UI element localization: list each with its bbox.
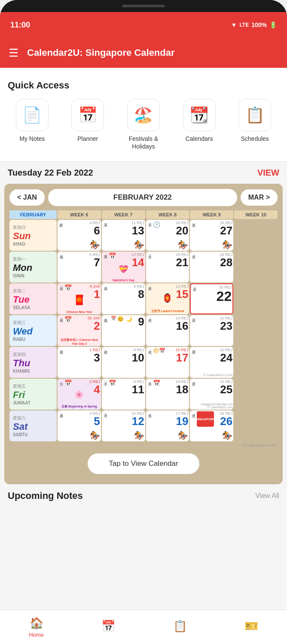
- schedules-label: Schedules: [241, 135, 269, 143]
- row-monday: 星期一 Mon ISNIN 正月初七 5 REJ 7 正月十四 12 RE: [9, 252, 278, 283]
- upcoming-notes-section: Upcoming Notes View All: [0, 484, 287, 507]
- calendars-icon: 📆: [189, 106, 209, 124]
- row-tuesday: 星期二 Tue SELASA 正月初一 9 JAK 1 📅 Chinese Ne…: [9, 283, 278, 314]
- my-notes-label: My Notes: [19, 135, 45, 143]
- date-4[interactable]: 立春 2 REJ 4 📅 立春 Beginning of Spring 🌸: [58, 379, 101, 410]
- date-8[interactable]: 正月初八 6 REJ 8: [102, 283, 145, 314]
- upcoming-notes-title: Upcoming Notes: [8, 490, 83, 501]
- nav-calendar[interactable]: 📅: [93, 616, 124, 638]
- schedules-icon-box: 📋: [238, 99, 271, 131]
- date-23[interactable]: 正月廿三 21 REJ 23: [190, 315, 233, 346]
- app-title: Calendar2U: Singapore Calendar: [27, 47, 175, 58]
- date-18[interactable]: 正月十八 16 REJ 18 📅: [146, 379, 189, 410]
- date-header: Tuesday 22 Feb 2022 VIEW: [0, 162, 287, 184]
- quick-icon-my-notes[interactable]: 📄 My Notes: [11, 99, 54, 143]
- date-26[interactable]: 正月廿六 24 REJ 26 🏇 SINGAPORE: [190, 410, 233, 441]
- date-7[interactable]: 正月初七 5 REJ 7: [58, 252, 101, 283]
- date-3[interactable]: 正月初三 1 REJ 3: [58, 347, 101, 378]
- row-thursday: 星期四 Thu KHAMIS 正月初三 1 REJ 3 正月初十 8 RE: [9, 347, 278, 378]
- quick-icon-festivals[interactable]: 🏖️ Festivals & Holidays: [122, 99, 165, 150]
- calendar-copyright: © Calendar2U.com: [9, 442, 278, 448]
- day-label-thu: 星期四 Thu KHAMIS: [9, 347, 57, 378]
- nav-events[interactable]: 🎫: [236, 616, 267, 638]
- main-content: Quick Access 📄 My Notes 📅 Planner: [0, 68, 287, 626]
- header-week6: WEEK 6: [58, 210, 101, 219]
- quick-access-section: Quick Access 📄 My Notes 📅 Planner: [0, 68, 287, 162]
- notch-bar: [122, 5, 165, 7]
- nav-schedules[interactable]: 📋: [165, 616, 195, 638]
- view-link[interactable]: VIEW: [257, 168, 279, 178]
- date-17[interactable]: 正月十七 15 REJ 17 🌕 📅: [146, 347, 189, 378]
- lte-icon: LTE: [239, 22, 249, 28]
- day-label-sat: 星期六 Sat SABTU: [9, 410, 57, 441]
- date-25[interactable]: 正月廿五 23 REJ 25 SingaporeCalendar.com© Ca…: [190, 379, 233, 410]
- header-week10: WEEK 10: [234, 210, 278, 219]
- my-notes-icon: 📄: [22, 106, 42, 124]
- day-label-sun: 星期日 Sun AHAD: [9, 220, 57, 251]
- planner-label: Planner: [77, 135, 98, 143]
- menu-button[interactable]: ☰: [9, 46, 18, 60]
- calendars-icon-box: 📆: [183, 99, 216, 131]
- horse-icon-27: 🏇: [222, 240, 232, 249]
- quick-icons-row: 📄 My Notes 📅 Planner 🏖️ Festivals & Holi…: [0, 95, 287, 154]
- date-10[interactable]: 正月初十 8 REJ 10: [102, 347, 145, 378]
- date-12[interactable]: 正月十二 10 REJ 12 🏇: [102, 410, 145, 441]
- calendars-label: Calendars: [186, 135, 213, 143]
- upcoming-header: Upcoming Notes View All: [8, 490, 279, 501]
- quick-icon-schedules[interactable]: 📋 Schedules: [233, 99, 276, 143]
- day-label-tue: 星期二 Tue SELASA: [9, 283, 57, 314]
- sun-chinese: 星期日: [13, 225, 26, 231]
- quick-icon-calendars[interactable]: 📆 Calendars: [178, 99, 221, 143]
- date-22[interactable]: 正月廿二 20 REJ 22: [190, 283, 233, 314]
- date-2[interactable]: 正月初二 30 JAK 2 📅 农历新年初二 Chinese New Year …: [58, 315, 101, 346]
- month-title: FEBRUARY 2022: [48, 189, 237, 206]
- date-5[interactable]: 正月初五 3 REJ 5 🏇: [58, 410, 101, 441]
- row-friday: 星期五 Fri JUMAAT 立春 2 REJ 4 📅 立春 Beginning…: [9, 379, 278, 410]
- notch: [0, 0, 287, 12]
- my-notes-icon-box: 📄: [16, 99, 49, 131]
- date-24[interactable]: 正月廿四 22 REJ 24 © Calendar2U.com: [190, 347, 233, 378]
- header-month-label: FEBRUARY: [9, 210, 57, 219]
- row-wednesday: 星期三 Wed RABU 正月初二 30 JAK 2 📅 农历新年初二 Chin…: [9, 315, 278, 346]
- date-1[interactable]: 正月初一 9 JAK 1 📅 Chinese New Year 🧧: [58, 283, 101, 314]
- quick-icon-planner[interactable]: 📅 Planner: [66, 99, 109, 143]
- horse-icon-12: 🏇: [134, 431, 144, 440]
- bottom-nav: 🏠 Home 📅 📋 🎫: [0, 610, 287, 644]
- phone-frame: 11:00 ▼ LTE 100% 🔋 ☰ Calendar2U: Singapo…: [0, 0, 287, 644]
- header-week8: WEEK 8: [146, 210, 189, 219]
- header-week9: WEEK 9: [190, 210, 233, 219]
- date-28[interactable]: 正月廿八 26 REJ 28: [190, 252, 233, 283]
- date-16[interactable]: 正月十六 14 REJ 16: [146, 315, 189, 346]
- nav-home-label: Home: [29, 632, 44, 638]
- events-nav-icon: 🎫: [244, 620, 258, 633]
- clock-icon-20: 🕐: [153, 221, 160, 228]
- date-14[interactable]: 正月十四 12 REJ 14 📅 Valentine's Day 💝: [102, 252, 145, 283]
- next-month-button[interactable]: MAR >: [241, 189, 278, 206]
- calendar-container: < JAN FEBRUARY 2022 MAR > FEBRUARY WEEK …: [4, 184, 283, 484]
- date-6-chinese: 正月初六: [58, 221, 63, 246]
- row-sunday: 星期日 Sun AHAD 正月初六 4 REJ 6 🏇: [9, 220, 278, 251]
- day-label-wed: 星期三 Wed RABU: [9, 315, 57, 346]
- status-bar: 11:00 ▼ LTE 100% 🔋: [0, 12, 287, 38]
- date-20[interactable]: 正月二十 18 REJ 20 🕐 🏇: [146, 220, 189, 251]
- view-all-link[interactable]: View All: [255, 492, 279, 500]
- header-week7: WEEK 7: [102, 210, 145, 219]
- home-icon: 🏠: [30, 617, 43, 630]
- date-num-6: 6: [89, 225, 100, 236]
- date-9[interactable]: 正月初九 9 🌙 😊 📅: [102, 315, 145, 346]
- date-6[interactable]: 正月初六 4 REJ 6 🏇: [58, 220, 101, 251]
- date-11[interactable]: 正月十一 9 REJ 11 📅: [102, 379, 145, 410]
- prev-month-button[interactable]: < JAN: [9, 189, 45, 206]
- date-19[interactable]: 正月十九 17 REJ 19 🏇: [146, 410, 189, 441]
- date-27[interactable]: 正月廿七 25 REJ 27 🏇: [190, 220, 233, 251]
- schedules-icon: 📋: [245, 106, 265, 124]
- horse-icon-13: 🏇: [134, 240, 144, 249]
- date-15[interactable]: 正月十五 13 REJ 15 元宵节 Lantern Festival 🏮: [146, 283, 189, 314]
- app-bar: ☰ Calendar2U: Singapore Calendar: [0, 38, 287, 68]
- calendar-header-row: FEBRUARY WEEK 6 WEEK 7 WEEK 8 WEEK 9 WEE…: [9, 210, 278, 219]
- date-13[interactable]: 正月十三 11 REJ 13 🏇: [102, 220, 145, 251]
- tap-to-view-button[interactable]: Tap to View Calendar: [88, 453, 199, 474]
- horse-icon-20: 🏇: [177, 240, 188, 249]
- date-21[interactable]: 正月廿一 19 REJ 21: [146, 252, 189, 283]
- nav-home[interactable]: 🏠 Home: [20, 613, 52, 641]
